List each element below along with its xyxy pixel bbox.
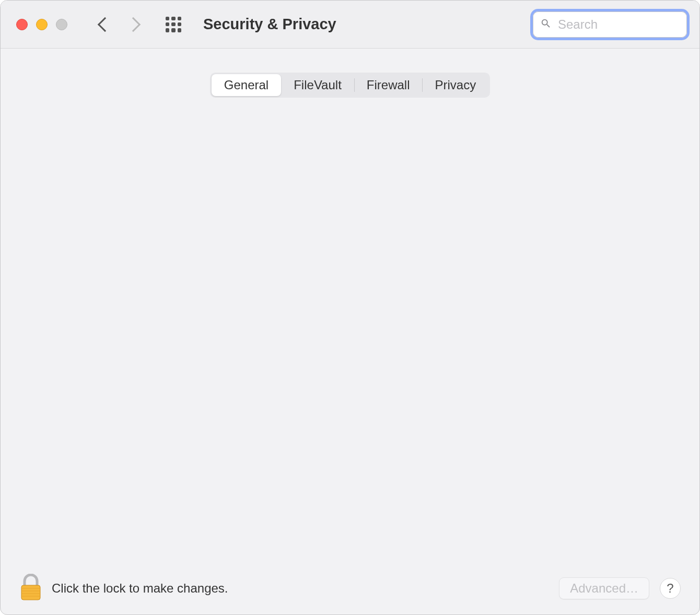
zoom-window-button[interactable] bbox=[56, 19, 67, 30]
search-field-wrap[interactable] bbox=[533, 11, 687, 38]
disable-auto-login-row: Disable automatic login bbox=[98, 215, 623, 229]
tab-privacy[interactable]: Privacy bbox=[422, 74, 488, 96]
require-password-prefix: Require password bbox=[119, 152, 220, 167]
window-title: Security & Privacy bbox=[203, 16, 336, 33]
minimize-window-button[interactable] bbox=[36, 19, 48, 30]
titlebar: Security & Privacy bbox=[1, 1, 699, 49]
tab-firewall[interactable]: Firewall bbox=[354, 74, 423, 96]
allow-apps-option-app-store: App Store bbox=[98, 362, 623, 377]
forward-button[interactable] bbox=[126, 17, 141, 31]
require-password-checkbox[interactable] bbox=[98, 152, 112, 166]
close-window-button[interactable] bbox=[16, 19, 28, 30]
require-password-delay-select[interactable]: immediately bbox=[227, 149, 325, 170]
window-controls bbox=[16, 19, 67, 30]
content-panel: A login password has been set for this u… bbox=[19, 86, 681, 548]
login-password-text: A login password has been set for this u… bbox=[77, 119, 317, 134]
lock-hint-text: Click the lock to make changes. bbox=[52, 581, 228, 596]
select-stepper-icon bbox=[307, 151, 322, 167]
section-divider bbox=[20, 317, 680, 317]
help-button[interactable]: ? bbox=[660, 578, 681, 599]
lock-icon[interactable] bbox=[19, 574, 42, 603]
show-lock-message-row: Show a message when the screen is locked… bbox=[98, 181, 623, 203]
show-lock-message-checkbox[interactable] bbox=[98, 185, 112, 199]
advanced-button[interactable]: Advanced… bbox=[559, 577, 649, 599]
disable-auto-login-label: Disable automatic login bbox=[119, 215, 249, 229]
svg-rect-0 bbox=[21, 585, 40, 600]
allow-apps-option-identified: App Store and identified developers bbox=[98, 384, 623, 399]
tab-segmented-control: General FileVault Firewall Privacy bbox=[210, 73, 490, 98]
allow-apps-option-0-label: App Store bbox=[118, 362, 174, 377]
footer: Click the lock to make changes. Advanced… bbox=[1, 562, 699, 614]
tabs-area: General FileVault Firewall Privacy bbox=[1, 49, 699, 98]
show-all-prefs-button[interactable] bbox=[166, 17, 181, 32]
set-lock-message-button[interactable]: Set Lock Message… bbox=[370, 181, 508, 203]
nav-buttons bbox=[100, 19, 138, 30]
allow-apps-radio-app-store[interactable] bbox=[98, 363, 111, 376]
tab-general[interactable]: General bbox=[212, 74, 281, 96]
require-password-suffix: after sleep or screen saver begins bbox=[333, 152, 522, 167]
search-icon bbox=[540, 18, 552, 31]
allow-apps-option-1-label: App Store and identified developers bbox=[118, 384, 317, 399]
login-password-row: A login password has been set for this u… bbox=[77, 115, 623, 137]
back-button[interactable] bbox=[98, 17, 112, 31]
require-password-delay-value: immediately bbox=[235, 152, 302, 167]
require-password-row: Require password immediately after sleep… bbox=[98, 149, 623, 170]
show-lock-message-label: Show a message when the screen is locked bbox=[119, 185, 363, 199]
search-input[interactable] bbox=[557, 17, 700, 32]
preferences-window: Security & Privacy General FileVault Fir… bbox=[0, 0, 700, 615]
tab-filevault[interactable]: FileVault bbox=[281, 74, 354, 96]
change-password-button[interactable]: Change Password… bbox=[324, 115, 461, 137]
allow-apps-label: Allow apps downloaded from: bbox=[77, 336, 623, 351]
allow-apps-radio-identified[interactable] bbox=[98, 385, 111, 398]
disable-auto-login-checkbox[interactable] bbox=[98, 215, 112, 229]
